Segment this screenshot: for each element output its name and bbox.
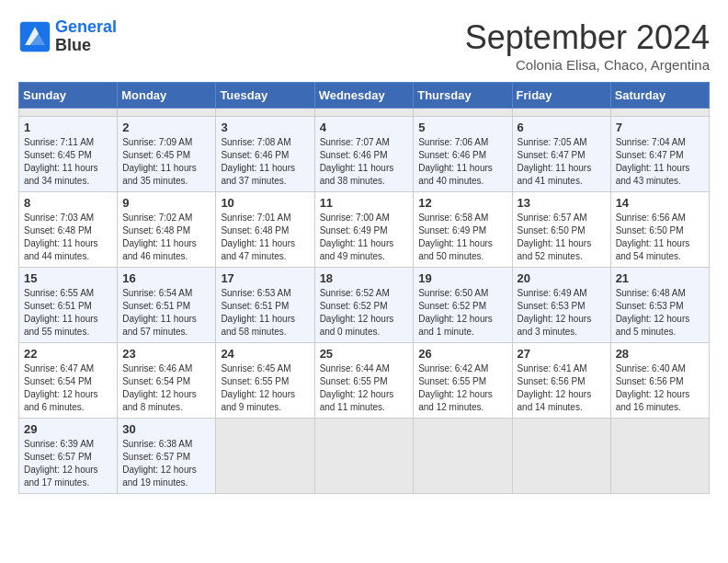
calendar-cell: 7Sunrise: 7:04 AM Sunset: 6:47 PM Daylig…	[610, 117, 709, 192]
day-number: 1	[24, 121, 112, 134]
day-info: Sunrise: 6:46 AM Sunset: 6:54 PM Dayligh…	[122, 362, 210, 414]
day-info: Sunrise: 6:54 AM Sunset: 6:51 PM Dayligh…	[122, 287, 210, 339]
calendar-cell	[414, 419, 512, 494]
day-info: Sunrise: 6:52 AM Sunset: 6:52 PM Dayligh…	[320, 287, 409, 339]
calendar-cell: 18Sunrise: 6:52 AM Sunset: 6:52 PM Dayli…	[314, 268, 414, 343]
calendar-cell: 12Sunrise: 6:58 AM Sunset: 6:49 PM Dayli…	[414, 192, 512, 268]
day-info: Sunrise: 7:01 AM Sunset: 6:48 PM Dayligh…	[221, 212, 309, 263]
day-info: Sunrise: 6:58 AM Sunset: 6:49 PM Dayligh…	[418, 212, 506, 263]
day-number: 18	[320, 271, 409, 285]
day-number: 10	[221, 196, 309, 210]
day-info: Sunrise: 6:44 AM Sunset: 6:55 PM Dayligh…	[320, 362, 409, 414]
day-info: Sunrise: 6:40 AM Sunset: 6:56 PM Dayligh…	[616, 362, 704, 414]
day-info: Sunrise: 7:08 AM Sunset: 6:46 PM Dayligh…	[221, 136, 309, 188]
logo: General Blue	[18, 18, 117, 55]
day-number: 17	[221, 271, 309, 285]
day-info: Sunrise: 7:02 AM Sunset: 6:48 PM Dayligh…	[122, 212, 210, 263]
calendar-cell: 25Sunrise: 6:44 AM Sunset: 6:55 PM Dayli…	[314, 343, 414, 419]
page-header: General Blue September 2024 Colonia Elis…	[18, 18, 710, 73]
calendar-cell: 14Sunrise: 6:56 AM Sunset: 6:50 PM Dayli…	[610, 192, 709, 268]
weekday-header: Tuesday	[216, 83, 314, 109]
calendar-cell: 30Sunrise: 6:38 AM Sunset: 6:57 PM Dayli…	[118, 419, 216, 494]
day-number: 25	[320, 347, 409, 361]
weekday-header: Monday	[118, 83, 216, 109]
calendar-cell: 13Sunrise: 6:57 AM Sunset: 6:50 PM Dayli…	[512, 192, 610, 268]
calendar-cell	[610, 109, 709, 117]
day-number: 13	[518, 196, 606, 210]
day-number: 21	[616, 271, 704, 285]
day-info: Sunrise: 7:05 AM Sunset: 6:47 PM Dayligh…	[518, 136, 606, 188]
day-number: 30	[122, 422, 210, 436]
day-info: Sunrise: 6:42 AM Sunset: 6:55 PM Dayligh…	[418, 362, 506, 414]
calendar-cell: 4Sunrise: 7:07 AM Sunset: 6:46 PM Daylig…	[314, 117, 414, 192]
day-number: 6	[518, 121, 606, 134]
calendar-cell	[216, 109, 314, 117]
day-number: 5	[418, 121, 506, 134]
day-info: Sunrise: 6:39 AM Sunset: 6:57 PM Dayligh…	[24, 438, 112, 489]
calendar-cell: 17Sunrise: 6:53 AM Sunset: 6:51 PM Dayli…	[216, 268, 314, 343]
calendar-cell: 19Sunrise: 6:50 AM Sunset: 6:52 PM Dayli…	[414, 268, 512, 343]
calendar-cell: 23Sunrise: 6:46 AM Sunset: 6:54 PM Dayli…	[118, 343, 216, 419]
day-info: Sunrise: 6:57 AM Sunset: 6:50 PM Dayligh…	[518, 212, 606, 263]
day-number: 2	[122, 121, 210, 134]
day-number: 11	[320, 196, 409, 210]
calendar-cell: 16Sunrise: 6:54 AM Sunset: 6:51 PM Dayli…	[118, 268, 216, 343]
calendar-cell: 2Sunrise: 7:09 AM Sunset: 6:45 PM Daylig…	[118, 117, 216, 192]
day-number: 23	[122, 347, 210, 361]
day-info: Sunrise: 7:04 AM Sunset: 6:47 PM Dayligh…	[616, 136, 704, 188]
day-number: 8	[24, 196, 112, 210]
day-info: Sunrise: 6:53 AM Sunset: 6:51 PM Dayligh…	[221, 287, 309, 339]
day-number: 24	[221, 347, 309, 361]
calendar-cell	[314, 419, 414, 494]
day-info: Sunrise: 7:11 AM Sunset: 6:45 PM Dayligh…	[24, 136, 112, 188]
calendar-cell: 3Sunrise: 7:08 AM Sunset: 6:46 PM Daylig…	[216, 117, 314, 192]
day-info: Sunrise: 7:03 AM Sunset: 6:48 PM Dayligh…	[24, 212, 112, 263]
day-number: 28	[616, 347, 704, 361]
day-info: Sunrise: 6:47 AM Sunset: 6:54 PM Dayligh…	[24, 362, 112, 414]
month-title: September 2024	[465, 18, 710, 57]
day-number: 29	[24, 422, 112, 436]
day-info: Sunrise: 7:00 AM Sunset: 6:49 PM Dayligh…	[320, 212, 409, 263]
calendar-cell: 28Sunrise: 6:40 AM Sunset: 6:56 PM Dayli…	[610, 343, 709, 419]
weekday-header: Saturday	[610, 83, 709, 109]
weekday-header: Wednesday	[314, 83, 414, 109]
calendar-cell: 11Sunrise: 7:00 AM Sunset: 6:49 PM Dayli…	[314, 192, 414, 268]
calendar-cell: 5Sunrise: 7:06 AM Sunset: 6:46 PM Daylig…	[414, 117, 512, 192]
day-number: 22	[24, 347, 112, 361]
day-info: Sunrise: 7:09 AM Sunset: 6:45 PM Dayligh…	[122, 136, 210, 188]
day-info: Sunrise: 6:48 AM Sunset: 6:53 PM Dayligh…	[616, 287, 704, 339]
day-number: 9	[122, 196, 210, 210]
calendar-cell: 6Sunrise: 7:05 AM Sunset: 6:47 PM Daylig…	[512, 117, 610, 192]
logo-text: General Blue	[55, 18, 117, 55]
calendar-cell	[118, 109, 216, 117]
day-number: 15	[24, 271, 112, 285]
day-number: 3	[221, 121, 309, 134]
day-number: 19	[418, 271, 506, 285]
day-info: Sunrise: 6:49 AM Sunset: 6:53 PM Dayligh…	[518, 287, 606, 339]
day-info: Sunrise: 6:56 AM Sunset: 6:50 PM Dayligh…	[616, 212, 704, 263]
calendar-cell: 20Sunrise: 6:49 AM Sunset: 6:53 PM Dayli…	[512, 268, 610, 343]
calendar-cell	[314, 109, 414, 117]
day-info: Sunrise: 6:41 AM Sunset: 6:56 PM Dayligh…	[518, 362, 606, 414]
calendar-cell: 21Sunrise: 6:48 AM Sunset: 6:53 PM Dayli…	[610, 268, 709, 343]
calendar-cell: 22Sunrise: 6:47 AM Sunset: 6:54 PM Dayli…	[19, 343, 118, 419]
day-number: 7	[616, 121, 704, 134]
calendar-cell	[19, 109, 118, 117]
calendar-cell	[512, 109, 610, 117]
calendar-cell: 29Sunrise: 6:39 AM Sunset: 6:57 PM Dayli…	[19, 419, 118, 494]
calendar-cell: 26Sunrise: 6:42 AM Sunset: 6:55 PM Dayli…	[414, 343, 512, 419]
calendar-table: SundayMondayTuesdayWednesdayThursdayFrid…	[18, 82, 710, 494]
day-number: 27	[518, 347, 606, 361]
location-subtitle: Colonia Elisa, Chaco, Argentina	[465, 57, 710, 73]
logo-icon	[18, 20, 51, 53]
day-info: Sunrise: 6:45 AM Sunset: 6:55 PM Dayligh…	[221, 362, 309, 414]
day-number: 20	[518, 271, 606, 285]
day-number: 16	[122, 271, 210, 285]
calendar-cell: 27Sunrise: 6:41 AM Sunset: 6:56 PM Dayli…	[512, 343, 610, 419]
calendar-cell	[216, 419, 314, 494]
weekday-header: Thursday	[414, 83, 512, 109]
day-info: Sunrise: 7:07 AM Sunset: 6:46 PM Dayligh…	[320, 136, 409, 188]
calendar-cell: 1Sunrise: 7:11 AM Sunset: 6:45 PM Daylig…	[19, 117, 118, 192]
calendar-cell	[512, 419, 610, 494]
calendar-cell: 15Sunrise: 6:55 AM Sunset: 6:51 PM Dayli…	[19, 268, 118, 343]
